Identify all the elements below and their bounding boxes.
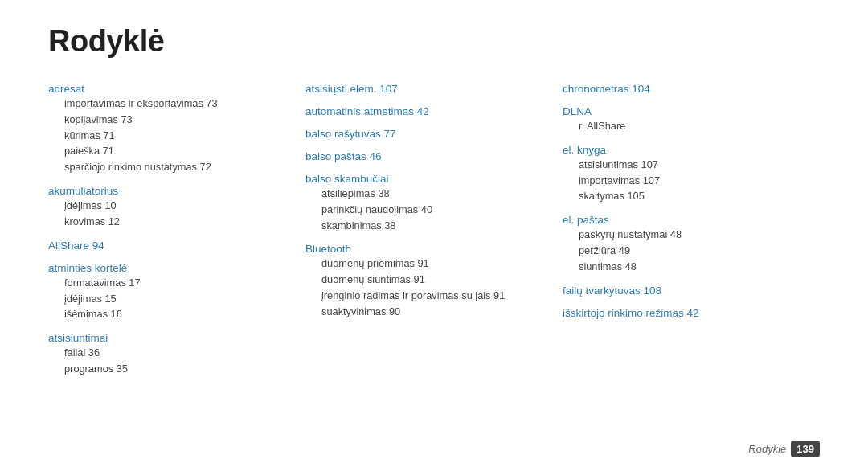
sub-programos: programos 35 — [48, 361, 289, 377]
heading-el-knyga: el. knyga — [563, 144, 606, 156]
heading-balso-skambu: balso skambučiai — [305, 173, 389, 185]
section-atsisiusti: atsisiųsti elem. 107 — [305, 81, 547, 96]
sub-parinkciu: parinkčių naudojimas 40 — [305, 202, 547, 218]
sub-suaktyvinimas: suaktyvinimas 90 — [305, 304, 547, 320]
section-el-knyga: el. knyga atsisiuntimas 107 importavimas… — [563, 142, 804, 204]
section-atsisiuntimai: atsisiuntimai failai 36 programos 35 — [48, 330, 289, 377]
sub-el-siuntimas: siuntimas 48 — [563, 259, 804, 275]
heading-atminties: atminties kortelė — [48, 262, 127, 274]
heading-failu: failų tvarkytuvas 108 — [563, 285, 661, 297]
sub-atsiliepimas: atsiliepimas 38 — [305, 186, 547, 202]
index-columns: adresat importavimas ir eksportavimas 73… — [48, 81, 820, 379]
sub-skambinimas: skambinimas 38 — [305, 218, 547, 234]
sub-atm-idejimas: įdėjimas 15 — [48, 291, 289, 307]
sub-idejimas: įdėjimas 10 — [48, 198, 289, 214]
sub-failai: failai 36 — [48, 345, 289, 361]
column-3: chronometras 104 DLNA r. AllShare el. kn… — [563, 81, 820, 379]
heading-iskirtojo: išskirtojo rinkimo režimas 42 — [563, 307, 699, 319]
section-bluetooth: Bluetooth duomenų priėmimas 91 duomenų s… — [305, 241, 547, 319]
heading-atsisiuntimai: atsisiuntimai — [48, 332, 108, 344]
page-title: Rodyklė — [48, 24, 820, 59]
sub-duomenu-siuntimas: duomenų siuntimas 91 — [305, 272, 547, 288]
section-balso-pa: balso paštas 46 — [305, 149, 547, 163]
sub-atsisiuntimas: atsisiuntimas 107 — [563, 157, 804, 173]
section-atminties: atminties kortelė formatavimas 17 įdėjim… — [48, 260, 289, 322]
heading-el-pastas: el. paštas — [563, 214, 609, 226]
sub-isemimas: išėmimas 16 — [48, 306, 289, 322]
sub-skaitymas: skaitymas 105 — [563, 188, 804, 204]
section-balso-skambu: balso skambučiai atsiliepimas 38 parinkč… — [305, 171, 547, 233]
footer-label: Rodyklė — [748, 443, 786, 455]
heading-automatinis: automatinis atmetimas 42 — [305, 105, 429, 117]
sub-perzivra: peržiūra 49 — [563, 243, 804, 259]
section-automatinis: automatinis atmetimas 42 — [305, 104, 547, 118]
section-adresat: adresat importavimas ir eksportavimas 73… — [48, 81, 289, 175]
section-dlna: DLNA r. AllShare — [563, 104, 804, 134]
section-el-pastas: el. paštas paskyrų nustatymai 48 peržiūr… — [563, 212, 804, 274]
heading-allshare: AllShare 94 — [48, 240, 104, 252]
sub-el-importavimas: importavimas 107 — [563, 173, 804, 189]
column-1: adresat importavimas ir eksportavimas 73… — [48, 81, 305, 379]
heading-bluetooth: Bluetooth — [305, 243, 351, 255]
sub-spar: sparčiojo rinkimo nustatymas 72 — [48, 159, 289, 175]
footer: Rodyklė 139 — [748, 441, 820, 457]
sub-irenginio-radimas: įrenginio radimas ir poravimas su jais 9… — [305, 288, 547, 304]
footer-page: 139 — [791, 441, 820, 457]
sub-paskyru: paskyrų nustatymai 48 — [563, 227, 804, 243]
sub-kurimas: kūrimas 71 — [48, 128, 289, 144]
section-allshare: AllShare 94 — [48, 238, 289, 252]
sub-duomenu-priemimas: duomenų priėmimas 91 — [305, 256, 547, 272]
section-akumuliatorius: akumuliatorius įdėjimas 10 krovimas 12 — [48, 183, 289, 230]
section-balso-ra: balso rašytuvas 77 — [305, 126, 547, 141]
section-iskirtojo: išskirtojo rinkimo režimas 42 — [563, 305, 804, 320]
sub-importavimas: importavimas ir eksportavimas 73 — [48, 96, 289, 112]
heading-adresat: adresat — [48, 83, 84, 95]
sub-paieska: paieška 71 — [48, 143, 289, 159]
heading-dlna: DLNA — [563, 105, 592, 117]
section-chronometras: chronometras 104 — [563, 81, 804, 96]
sub-dlna-allshare: r. AllShare — [563, 118, 804, 134]
sub-krovimas: krovimas 12 — [48, 214, 289, 230]
heading-atsisiusti: atsisiųsti elem. 107 — [305, 83, 398, 95]
sub-formatavimas: formatavimas 17 — [48, 275, 289, 291]
section-failu: failų tvarkytuvas 108 — [563, 283, 804, 297]
sub-kopijavimas: kopijavimas 73 — [48, 112, 289, 128]
heading-balso-pa: balso paštas 46 — [305, 150, 382, 162]
heading-akumuliatorius: akumuliatorius — [48, 185, 118, 197]
heading-balso-ra: balso rašytuvas 77 — [305, 128, 396, 140]
column-2: atsisiųsti elem. 107 automatinis atmetim… — [305, 81, 563, 379]
heading-chronometras: chronometras 104 — [563, 83, 650, 95]
